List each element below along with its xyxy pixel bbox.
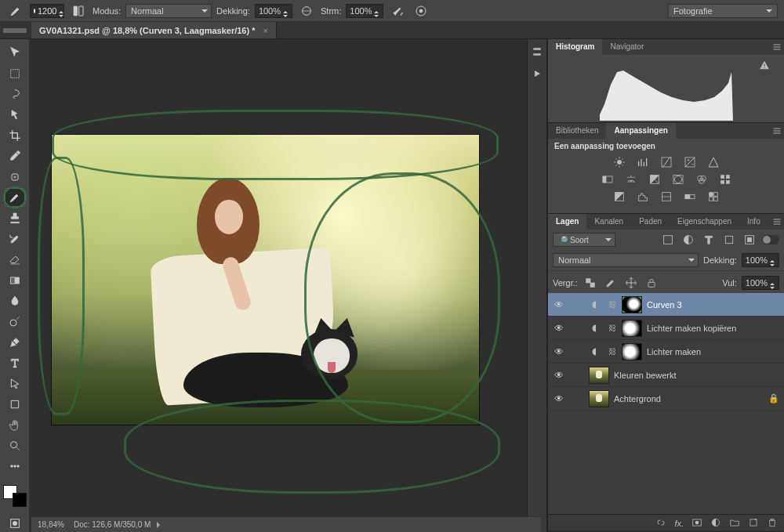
histogram-warning-icon[interactable] [759, 60, 770, 71]
layer-mask-thumb[interactable] [622, 343, 642, 360]
hand-tool-icon[interactable] [5, 416, 24, 433]
lock-pixels-icon[interactable] [603, 276, 619, 290]
layer-filter-dropdown[interactable]: 🔎Soort [553, 233, 615, 247]
dodge-tool-icon[interactable] [5, 313, 24, 330]
panel-play-icon[interactable] [529, 66, 545, 81]
lock-position-icon[interactable] [623, 276, 639, 290]
layer-mask-thumb[interactable] [622, 320, 642, 337]
eraser-tool-icon[interactable] [5, 251, 24, 268]
move-tool-icon[interactable] [5, 44, 24, 61]
layer-fill-field[interactable]: 100% [742, 276, 779, 290]
close-tab-icon[interactable]: × [263, 26, 267, 35]
new-group-icon[interactable] [729, 517, 740, 530]
pen-tool-icon[interactable] [5, 334, 24, 351]
tab-bibliotheken[interactable]: Bibliotheken [548, 123, 606, 139]
quick-select-tool-icon[interactable] [5, 106, 24, 123]
eyedropper-tool-icon[interactable] [5, 147, 24, 165]
filter-smart-icon[interactable] [742, 233, 757, 247]
shape-tool-icon[interactable] [5, 396, 24, 413]
layer-name[interactable]: Kleuren bewerkt [614, 371, 779, 380]
background-swatch[interactable] [13, 493, 27, 507]
opacity-field[interactable]: 100% [255, 4, 292, 18]
adj-selectivecolor-icon[interactable] [706, 190, 721, 204]
layer-name[interactable]: Lichter maken [647, 347, 779, 356]
airbrush-icon[interactable] [388, 2, 407, 20]
filter-shape-icon[interactable] [721, 233, 737, 247]
tab-lagen[interactable]: Lagen [548, 214, 586, 230]
status-zoom[interactable]: 18,84% [38, 520, 64, 529]
layer-row[interactable]: 👁 ⛓ Curven 3 [548, 293, 784, 317]
add-mask-icon[interactable] [691, 517, 702, 530]
visibility-toggle-icon[interactable]: 👁 [553, 393, 565, 404]
edit-toolbar-icon[interactable] [5, 458, 24, 475]
pressure-opacity-icon[interactable] [297, 2, 316, 20]
layer-thumb[interactable] [589, 390, 609, 407]
gradient-tool-icon[interactable] [5, 271, 24, 288]
document-tab[interactable]: GV0A1321.psd @ 18,8% (Curven 3, Laagmask… [31, 22, 277, 38]
layer-blend-dropdown[interactable]: Normaal [553, 253, 699, 267]
tab-navigator[interactable]: Navigator [602, 39, 652, 55]
visibility-toggle-icon[interactable]: 👁 [553, 323, 565, 334]
blur-tool-icon[interactable] [5, 292, 24, 309]
layer-thumb[interactable] [589, 367, 609, 384]
layer-row[interactable]: 👁 Achtergrond 🔒 [548, 387, 784, 411]
quickmask-icon[interactable] [5, 515, 24, 532]
link-mask-icon[interactable]: ⛓ [608, 300, 617, 309]
brush-panel-toggle-icon[interactable] [69, 2, 88, 20]
adj-hue-icon[interactable] [600, 172, 615, 186]
visibility-toggle-icon[interactable]: 👁 [553, 370, 565, 381]
color-swatches[interactable] [3, 485, 27, 507]
layer-mask-thumb[interactable] [622, 296, 642, 313]
path-select-tool-icon[interactable] [5, 375, 24, 393]
adj-exposure-icon[interactable] [682, 155, 698, 169]
zoom-tool-icon[interactable] [5, 437, 24, 454]
tab-paden[interactable]: Paden [631, 214, 670, 230]
history-brush-tool-icon[interactable] [5, 230, 24, 248]
blend-mode-dropdown[interactable]: Normaal [125, 4, 212, 18]
layer-name[interactable]: Lichter maken kopiëren [647, 324, 779, 333]
panel-menu-icon[interactable] [770, 215, 784, 229]
tab-kanalen[interactable]: Kanalen [586, 214, 631, 230]
stamp-tool-icon[interactable] [5, 209, 24, 226]
type-tool-icon[interactable] [5, 354, 24, 371]
new-adjustment-icon[interactable] [710, 517, 721, 530]
healing-tool-icon[interactable] [5, 168, 24, 185]
adj-vibrance-icon[interactable] [706, 155, 721, 169]
layer-name[interactable]: Curven 3 [647, 300, 779, 309]
adj-levels-icon[interactable] [635, 155, 651, 169]
adj-photofilter-icon[interactable] [670, 172, 686, 186]
layer-row[interactable]: 👁 Kleuren bewerkt [548, 364, 784, 387]
layer-row[interactable]: 👁 ⛓ Lichter maken kopiëren [548, 317, 784, 340]
lasso-tool-icon[interactable] [5, 85, 24, 103]
filter-adjust-icon[interactable] [681, 233, 696, 247]
filter-type-icon[interactable] [701, 233, 717, 247]
link-mask-icon[interactable]: ⛓ [608, 324, 617, 332]
flow-field[interactable]: 100% [346, 4, 383, 18]
adj-invert-icon[interactable] [612, 190, 627, 204]
adj-posterize-icon[interactable] [635, 190, 651, 204]
layer-opacity-field[interactable]: 100% [742, 253, 779, 267]
tab-aanpassingen[interactable]: Aanpassingen [606, 123, 675, 139]
workspace-dropdown[interactable]: Fotografie [668, 4, 778, 18]
visibility-toggle-icon[interactable]: 👁 [553, 346, 565, 357]
adj-channelmixer-icon[interactable] [694, 172, 710, 186]
adj-curves-icon[interactable] [659, 155, 674, 169]
panel-menu-icon[interactable] [770, 40, 784, 54]
adj-brightness-icon[interactable] [612, 155, 627, 169]
layer-name[interactable]: Achtergrond [614, 394, 764, 404]
status-docinfo[interactable]: Doc: 126,6 M/350,0 M [74, 520, 151, 529]
visibility-toggle-icon[interactable]: 👁 [553, 299, 565, 310]
canvas-area[interactable] [30, 39, 527, 532]
brush-size-field[interactable]: 1200 [30, 4, 64, 18]
panel-expand-icon[interactable] [529, 44, 545, 60]
lock-transparency-icon[interactable] [583, 276, 598, 290]
filter-pixel-icon[interactable] [660, 233, 676, 247]
adj-bw-icon[interactable] [647, 172, 662, 186]
marquee-tool-icon[interactable] [5, 64, 24, 81]
adj-gradientmap-icon[interactable] [682, 190, 698, 204]
brush-preset-icon[interactable] [6, 2, 25, 20]
pressure-size-icon[interactable] [412, 2, 430, 20]
crop-tool-icon[interactable] [5, 127, 24, 144]
filter-toggle[interactable] [762, 235, 779, 244]
delete-layer-icon[interactable] [767, 517, 778, 530]
